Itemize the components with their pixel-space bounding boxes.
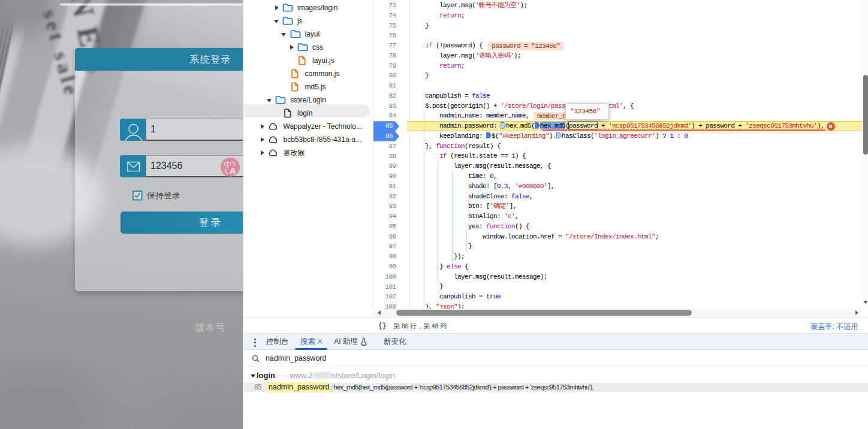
svg-text:A: A xyxy=(230,165,236,176)
